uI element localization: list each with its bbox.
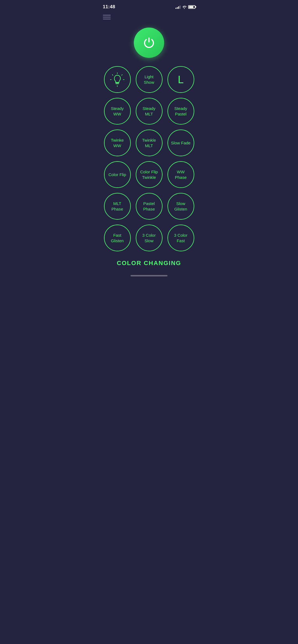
svg-line-5: [122, 75, 122, 75]
svg-line-4: [112, 75, 113, 75]
footer-label: COLOR CHANGING: [117, 260, 181, 266]
lightbulb-icon: [110, 72, 125, 87]
power-section: [97, 22, 201, 66]
signal-bar-2: [177, 7, 178, 9]
hamburger-line-2: [103, 17, 111, 17]
3-color-slow-button[interactable]: 3 Color Slow: [136, 225, 163, 251]
home-indicator: [131, 275, 167, 276]
status-bar: 11:48: [97, 0, 201, 12]
steady-pastel-button[interactable]: Steady Pastel: [167, 98, 194, 125]
signal-bar-4: [180, 6, 180, 9]
buttons-grid: Light Show L Steady WW Steady MLT Steady…: [97, 66, 201, 251]
twinkle-mlt-button[interactable]: Twinkle MLT: [136, 130, 163, 156]
lightbulb-button[interactable]: [104, 66, 131, 93]
steady-ww-button[interactable]: Steady WW: [104, 98, 131, 125]
signal-bar-1: [175, 8, 176, 9]
twinkle-ww-button[interactable]: Twinke WW: [104, 130, 131, 156]
3-color-fast-button[interactable]: 3 Color Fast: [167, 225, 194, 251]
battery-icon: [188, 5, 195, 9]
power-icon: [142, 36, 156, 50]
battery-fill: [189, 6, 193, 8]
hamburger-line-3: [103, 19, 111, 19]
fast-glisten-button[interactable]: Fast Glisten: [104, 225, 131, 251]
color-flip-twinkle-button[interactable]: Color Flip Twinkle: [136, 161, 163, 188]
pastel-phase-button[interactable]: Pastel Phase: [136, 193, 163, 220]
footer: COLOR CHANGING: [97, 251, 201, 272]
signal-bars-icon: [175, 5, 180, 9]
status-time: 11:48: [103, 4, 115, 10]
light-show-button[interactable]: Light Show: [136, 66, 163, 93]
slow-fade-button[interactable]: Slow Fade: [167, 130, 194, 156]
power-button[interactable]: [134, 28, 164, 58]
hamburger-line-1: [103, 15, 111, 15]
steady-mlt-button[interactable]: Steady MLT: [136, 98, 163, 125]
signal-bar-3: [178, 6, 179, 9]
wifi-icon: [182, 5, 187, 9]
clock-button[interactable]: L: [167, 66, 194, 93]
slow-glisten-button[interactable]: Slow Glisten: [167, 193, 194, 220]
hamburger-menu[interactable]: [103, 15, 111, 19]
mlt-phase-button[interactable]: MLT Phase: [104, 193, 131, 220]
clock-L-icon: L: [178, 74, 183, 85]
menu-bar: [97, 12, 201, 22]
ww-phase-button[interactable]: WW Phase: [167, 161, 194, 188]
color-flip-button[interactable]: Color Flip: [104, 161, 131, 188]
status-icons: [175, 5, 195, 9]
